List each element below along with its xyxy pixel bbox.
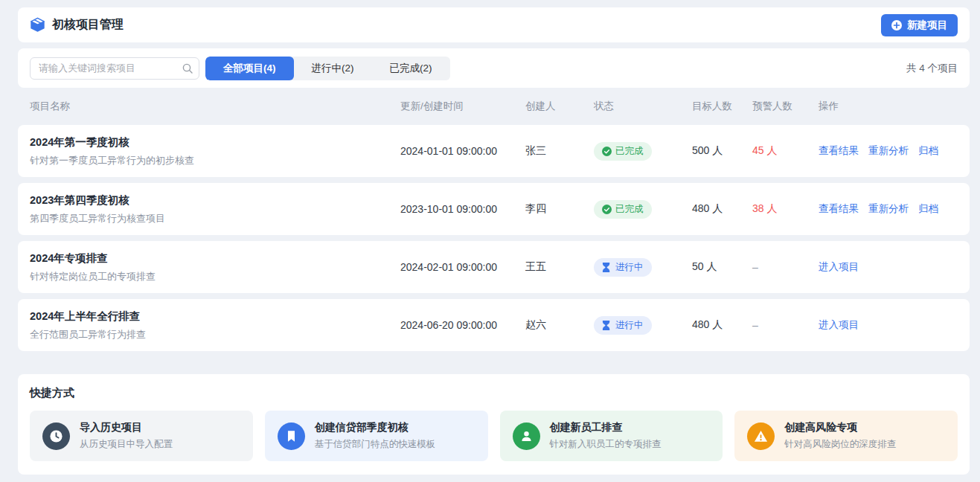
shortcut-description: 从历史项目中导入配置: [80, 438, 173, 451]
cube-icon: [30, 17, 45, 33]
project-time: 2024-02-01 09:00:00: [400, 261, 525, 273]
project-name-cell: 2024年专项排查 针对特定岗位员工的专项排查: [30, 251, 400, 283]
warning-count: 45 人: [752, 144, 819, 158]
project-name-cell: 2024年上半年全行排查 全行范围员工异常行为排查: [30, 309, 400, 341]
project-count: 共 4 个项目: [906, 62, 958, 75]
clock-icon: [42, 422, 70, 450]
action-link[interactable]: 归档: [918, 144, 938, 158]
project-creator: 赵六: [525, 318, 594, 332]
table-header: 项目名称更新/创建时间创建人状态目标人数预警人数操作: [18, 88, 970, 125]
new-project-button[interactable]: 新建项目: [881, 14, 958, 36]
shortcut-card[interactable]: 导入历史项目 从历史项目中导入配置: [30, 411, 253, 461]
table-row: 2023年第四季度初核 第四季度员工异常行为核查项目 2023-10-01 09…: [18, 183, 970, 235]
status-icon: [602, 321, 612, 330]
search-icon[interactable]: [182, 63, 193, 74]
table-body: 2024年第一季度初核 针对第一季度员工异常行为的初步核查 2024-01-01…: [18, 125, 970, 351]
toolbar: 全部项目(4)进行中(2)已完成(2) 共 4 个项目: [18, 48, 970, 88]
project-creator: 王五: [525, 260, 594, 274]
filter-tab[interactable]: 已完成(2): [372, 57, 450, 80]
shortcut-title: 创建高风险专项: [784, 421, 896, 434]
warning-count: –: [752, 261, 819, 273]
project-name: 2024年第一季度初核: [30, 135, 400, 150]
action-link[interactable]: 归档: [918, 202, 938, 216]
target-count: 50 人: [692, 260, 752, 274]
status-cell: 已完成: [594, 200, 692, 219]
column-header: 更新/创建时间: [400, 100, 525, 113]
row-actions: 查看结果重新分析归档: [819, 144, 958, 158]
status-icon: [602, 205, 612, 214]
column-header: 操作: [819, 100, 958, 113]
status-label: 已完成: [615, 145, 644, 158]
status-label: 进行中: [615, 261, 644, 274]
search-box: [30, 57, 199, 80]
filter-tabs: 全部项目(4)进行中(2)已完成(2): [205, 57, 450, 80]
status-icon: [602, 147, 612, 156]
status-icon: [602, 263, 612, 272]
column-header: 项目名称: [30, 100, 400, 113]
page-header: 初核项目管理 新建项目: [18, 7, 970, 42]
shortcut-description: 基于信贷部门特点的快速模板: [315, 438, 436, 451]
shortcut-card[interactable]: 创建新员工排查 针对新入职员工的专项排查: [500, 411, 723, 461]
project-description: 针对第一季度员工异常行为的初步核查: [30, 154, 400, 167]
shortcuts-heading: 快捷方式: [30, 386, 958, 400]
title-group: 初核项目管理: [30, 17, 124, 33]
action-link[interactable]: 重新分析: [868, 144, 909, 158]
shortcut-text: 导入历史项目 从历史项目中导入配置: [80, 421, 173, 451]
project-description: 针对特定岗位员工的专项排查: [30, 270, 400, 283]
action-link[interactable]: 查看结果: [819, 144, 859, 158]
row-actions: 查看结果重新分析归档: [819, 202, 958, 216]
row-actions: 进入项目: [819, 260, 958, 274]
search-input[interactable]: [30, 57, 199, 80]
filter-tab[interactable]: 进行中(2): [294, 57, 372, 80]
table-row: 2024年第一季度初核 针对第一季度员工异常行为的初步核查 2024-01-01…: [18, 125, 970, 177]
project-management-page: 初核项目管理 新建项目 全部项目(4)进行中(2)已完成(2) 共 4 个项目 …: [0, 0, 980, 482]
warning-count: –: [752, 319, 819, 331]
status-cell: 已完成: [594, 142, 692, 161]
shortcut-description: 针对高风险岗位的深度排查: [784, 438, 896, 451]
plus-circle-icon: [891, 20, 902, 30]
action-link[interactable]: 进入项目: [819, 318, 859, 332]
status-label: 已完成: [615, 203, 644, 216]
project-time: 2024-01-01 09:00:00: [400, 145, 525, 157]
status-cell: 进行中: [594, 258, 692, 277]
column-header: 目标人数: [692, 100, 752, 113]
shortcut-text: 创建高风险专项 针对高风险岗位的深度排查: [784, 421, 896, 451]
shortcut-text: 创建信贷部季度初核 基于信贷部门特点的快速模板: [315, 421, 436, 451]
shortcut-title: 创建信贷部季度初核: [315, 421, 436, 434]
shortcut-card[interactable]: 创建高风险专项 针对高风险岗位的深度排查: [734, 411, 958, 461]
status-badge: 进行中: [594, 258, 652, 277]
user-icon: [513, 422, 540, 450]
project-name: 2024年专项排查: [30, 251, 400, 266]
action-link[interactable]: 重新分析: [868, 202, 909, 216]
shortcut-cards: 导入历史项目 从历史项目中导入配置 创建信贷部季度初核 基于信贷部门特点的快速模…: [30, 411, 958, 461]
status-label: 进行中: [615, 319, 644, 332]
warning-count: 38 人: [752, 202, 819, 216]
column-header: 状态: [594, 100, 692, 113]
row-actions: 进入项目: [819, 318, 958, 332]
column-header: 创建人: [525, 100, 594, 113]
filter-tab[interactable]: 全部项目(4): [205, 57, 294, 80]
target-count: 500 人: [692, 144, 752, 158]
column-header: 预警人数: [752, 100, 819, 113]
project-name-cell: 2024年第一季度初核 针对第一季度员工异常行为的初步核查: [30, 135, 400, 167]
new-project-label: 新建项目: [907, 19, 947, 32]
target-count: 480 人: [692, 202, 752, 216]
action-link[interactable]: 查看结果: [819, 202, 859, 216]
project-description: 全行范围员工异常行为排查: [30, 328, 400, 341]
project-creator: 张三: [525, 144, 594, 158]
status-badge: 已完成: [594, 200, 652, 219]
project-creator: 李四: [525, 202, 594, 216]
shortcut-card[interactable]: 创建信贷部季度初核 基于信贷部门特点的快速模板: [265, 411, 488, 461]
project-name: 2023年第四季度初核: [30, 193, 400, 208]
project-name: 2024年上半年全行排查: [30, 309, 400, 324]
action-link[interactable]: 进入项目: [819, 260, 859, 274]
project-description: 第四季度员工异常行为核查项目: [30, 212, 400, 225]
project-name-cell: 2023年第四季度初核 第四季度员工异常行为核查项目: [30, 193, 400, 225]
shortcut-text: 创建新员工排查 针对新入职员工的专项排查: [550, 421, 662, 451]
table-row: 2024年专项排查 针对特定岗位员工的专项排查 2024-02-01 09:00…: [18, 241, 970, 293]
warning-triangle-icon: [747, 422, 775, 450]
table-row: 2024年上半年全行排查 全行范围员工异常行为排查 2024-06-20 09:…: [18, 299, 970, 351]
shortcuts-panel: 快捷方式 导入历史项目 从历史项目中导入配置 创建信贷部季度初核 基于信贷部门特…: [18, 374, 970, 475]
bookmark-icon: [278, 422, 305, 450]
status-badge: 已完成: [594, 142, 652, 161]
